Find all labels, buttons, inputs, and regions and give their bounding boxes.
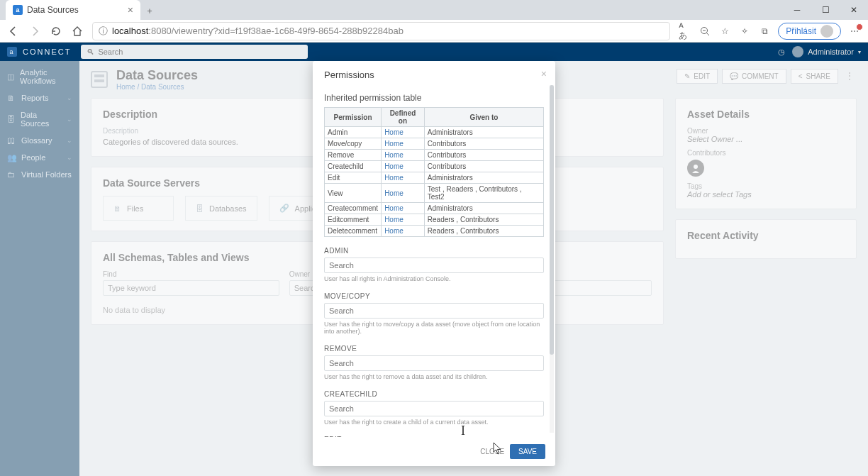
createchild-search-input[interactable] [324, 401, 544, 416]
table-row: CreatechildHomeContributors [325, 161, 544, 172]
window-close-icon[interactable]: ✕ [840, 0, 868, 20]
reading-list-icon[interactable]: ✧ [738, 25, 751, 38]
defined-link[interactable]: Home [384, 189, 404, 197]
user-menu[interactable]: Administrator ▾ [792, 46, 861, 57]
new-tab-button[interactable]: ＋ [140, 1, 159, 20]
admin-hint: User has all rights in Administration Co… [324, 275, 544, 282]
defined-link[interactable]: Home [384, 128, 404, 136]
app-header: a CONNECT 🔍︎ Search ◷ Administrator ▾ [0, 43, 868, 61]
app-search-input[interactable]: 🔍︎ Search [81, 45, 308, 59]
modal-overlay: Permissions × Inherited permission table… [0, 61, 868, 476]
defined-link[interactable]: Home [384, 162, 404, 170]
app-brand: CONNECT [23, 48, 71, 56]
close-button[interactable]: CLOSE [480, 448, 504, 455]
defined-link[interactable]: Home [384, 216, 404, 223]
remove-hint: User has the right to remove a data asse… [324, 373, 544, 380]
defined-link[interactable]: Home [384, 174, 404, 182]
modal-title: Permissions [324, 70, 374, 80]
inherited-permission-table: Permission Defined on Given to AdminHome… [324, 107, 544, 237]
translate-icon[interactable]: ᴀあ [679, 25, 691, 38]
section-movecopy-title: MOVE/COPY [324, 292, 544, 300]
app-search-placeholder: Search [98, 48, 123, 56]
search-icon: 🔍︎ [87, 48, 94, 56]
login-button[interactable]: Přihlásit [778, 23, 841, 40]
url-host: localhost [112, 26, 148, 36]
tab-title: Data Sources [27, 5, 79, 15]
movecopy-hint: User has the right to move/copy a data a… [324, 321, 544, 335]
section-admin-title: ADMIN [324, 247, 544, 255]
reload-button[interactable] [50, 25, 62, 38]
user-avatar-icon [792, 46, 803, 57]
table-row: DeletecommentHomeReaders , Contributors [325, 226, 544, 237]
th-given: Given to [424, 108, 543, 127]
scrollbar-thumb[interactable] [550, 85, 554, 355]
save-button[interactable]: SAVE [510, 444, 545, 459]
collections-icon[interactable]: ⧉ [758, 25, 771, 38]
login-label: Přihlásit [786, 26, 816, 36]
th-defined: Defined on [382, 108, 425, 127]
table-row: CreatecommentHomeAdministrators [325, 203, 544, 214]
site-info-icon[interactable]: ⓘ [99, 25, 108, 38]
chevron-down-icon: ▾ [858, 49, 861, 55]
defined-link[interactable]: Home [384, 140, 404, 148]
remove-search-input[interactable] [324, 355, 544, 371]
permissions-modal: Permissions × Inherited permission table… [313, 61, 555, 466]
window-maximize-icon[interactable]: ☐ [811, 0, 840, 20]
table-row: ViewHomeTest , Readers , Contributors , … [325, 184, 544, 203]
url-path: :8080/viewentry?xid=f19f38ae-1c68-49f9-8… [148, 26, 404, 36]
modal-close-icon[interactable]: × [541, 68, 547, 79]
back-button[interactable] [7, 25, 20, 38]
table-row: AdminHomeAdministrators [325, 127, 544, 138]
browser-menu-icon[interactable]: ⋯ [848, 25, 861, 38]
table-row: EditHomeAdministrators [325, 172, 544, 184]
defined-link[interactable]: Home [384, 151, 404, 159]
table-row: RemoveHomeContributors [325, 150, 544, 161]
section-createchild-title: CREATECHILD [324, 390, 544, 398]
table-title: Inherited permission table [324, 93, 544, 103]
profile-avatar-icon [820, 25, 833, 38]
defined-link[interactable]: Home [384, 227, 404, 235]
tab-close-icon[interactable]: × [128, 4, 133, 16]
user-name: Administrator [808, 48, 854, 56]
browser-tab-bar: a Data Sources × ＋ ─ ☐ ✕ [0, 0, 868, 20]
admin-search-input[interactable] [324, 258, 544, 273]
window-minimize-icon[interactable]: ─ [783, 0, 811, 20]
address-bar[interactable]: ⓘ localhost:8080/viewentry?xid=f19f38ae-… [92, 22, 670, 40]
app-logo-icon[interactable]: a [7, 47, 17, 57]
zoom-icon[interactable] [699, 25, 711, 38]
table-row: Move/copyHomeContributors [325, 138, 544, 150]
forward-button [28, 25, 41, 38]
createchild-hint: User has the right to create a child of … [324, 419, 544, 426]
browser-tab[interactable]: a Data Sources × [6, 0, 140, 20]
section-remove-title: REMOVE [324, 345, 544, 353]
th-permission: Permission [325, 108, 382, 127]
table-row: EditcommentHomeReaders , Contributors [325, 214, 544, 226]
tab-favicon: a [13, 5, 23, 15]
movecopy-search-input[interactable] [324, 303, 544, 319]
favorite-icon[interactable]: ☆ [718, 25, 731, 38]
home-button[interactable] [71, 25, 84, 38]
svg-line-1 [707, 33, 710, 35]
history-icon[interactable]: ◷ [778, 48, 785, 57]
defined-link[interactable]: Home [384, 204, 404, 212]
